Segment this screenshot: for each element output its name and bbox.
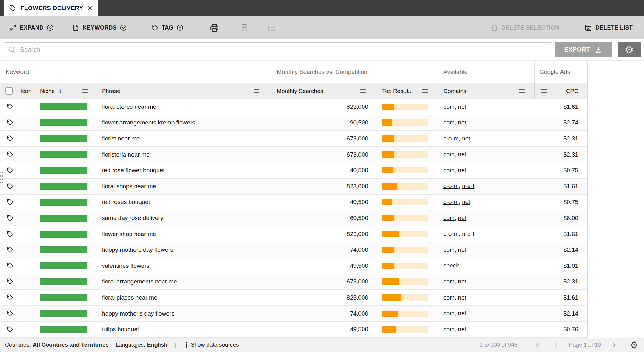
keyword-phrase[interactable]: floral stores near me xyxy=(91,103,267,110)
table-row[interactable]: flower shop near me823,000c-o-m, n-e-t$1… xyxy=(0,226,587,242)
row-tag-icon xyxy=(0,119,38,126)
show-data-sources-link[interactable]: Show data sources xyxy=(191,342,239,348)
domain-link[interactable]: com xyxy=(443,246,455,253)
domain-link[interactable]: net xyxy=(458,326,466,333)
table-row[interactable]: flower arrangements kremp flowers90,500c… xyxy=(0,115,587,131)
export-button[interactable]: EXPORT xyxy=(555,42,612,57)
domain-link[interactable]: n-e-t xyxy=(462,230,474,237)
keyword-phrase[interactable]: happy mother's day flowers xyxy=(91,310,267,317)
languages-value[interactable]: English xyxy=(147,342,168,348)
table-row[interactable]: valentines flowers49,500check$1.01 xyxy=(0,258,587,274)
monthly-searches-value: 49,500 xyxy=(267,326,371,333)
column-niche[interactable]: Niche ↓ xyxy=(38,83,91,99)
keyword-phrase[interactable]: floral places near me xyxy=(91,294,267,301)
column-cpc[interactable]: CPC xyxy=(553,83,587,99)
domain-link[interactable]: com xyxy=(443,103,455,110)
search-box[interactable] xyxy=(3,42,552,57)
next-page-icon[interactable] xyxy=(610,342,617,349)
tag-button[interactable]: TAG xyxy=(152,25,184,31)
column-domains[interactable]: Domains xyxy=(437,83,535,99)
domain-link[interactable]: c-o-m xyxy=(443,199,459,205)
column-menu-icon[interactable] xyxy=(254,89,260,93)
search-input[interactable] xyxy=(20,46,548,53)
column-extra-menu[interactable] xyxy=(535,83,553,99)
keyword-phrase[interactable]: red roses bouquet xyxy=(91,199,267,206)
footer-gear-icon[interactable]: ⚙ xyxy=(630,340,638,350)
niche-cell xyxy=(38,167,91,174)
keywords-button[interactable]: KEYWORDS xyxy=(72,25,126,31)
select-all-checkbox[interactable] xyxy=(5,87,13,95)
domain-link[interactable]: com xyxy=(443,119,455,126)
domain-link[interactable]: c-o-m xyxy=(443,135,459,142)
domain-link[interactable]: n-e-t xyxy=(462,183,474,189)
domain-link[interactable]: c-o-m xyxy=(443,230,459,237)
domains-cell: c-o-m, net xyxy=(437,131,535,147)
domain-link[interactable]: net xyxy=(458,310,466,316)
domain-link[interactable]: net xyxy=(458,103,466,110)
domain-link[interactable]: net xyxy=(462,199,470,205)
domain-link[interactable]: com xyxy=(443,215,455,221)
competition-fill xyxy=(382,278,399,285)
sort-descending-icon[interactable]: ↓ xyxy=(58,88,63,94)
table-row[interactable]: same day rose delivery60,500com, net$8.0… xyxy=(0,210,587,226)
settings-button[interactable]: ⚙ xyxy=(618,42,641,57)
domain-link[interactable]: com xyxy=(443,167,455,173)
domain-link[interactable]: com xyxy=(443,151,455,157)
delete-list-button[interactable]: DELETE LIST xyxy=(585,24,633,31)
keyword-phrase[interactable]: floral arrangements near me xyxy=(91,278,267,285)
keyword-phrase[interactable]: florist near me xyxy=(91,135,267,142)
column-phrase[interactable]: Phrase xyxy=(91,83,267,99)
countries-value[interactable]: All Countries and Territories xyxy=(33,342,109,348)
domain-link[interactable]: net xyxy=(458,278,466,285)
keyword-phrase[interactable]: floristeria near me xyxy=(91,151,267,158)
column-menu-icon[interactable] xyxy=(541,89,547,93)
domain-link[interactable]: check xyxy=(443,262,459,269)
table-row[interactable]: floristeria near me673,000com, net$2.31 xyxy=(0,147,587,163)
keyword-phrase[interactable]: same day rose delivery xyxy=(91,215,267,222)
table-row[interactable]: floral shops near me823,000c-o-m, n-e-t$… xyxy=(0,179,587,195)
table-row[interactable]: happy mother's day flowers74,000com, net… xyxy=(0,306,587,322)
table-row[interactable]: floral places near me823,000com, net$1.6… xyxy=(0,290,587,306)
tag-label: TAG xyxy=(162,25,174,31)
table-row[interactable]: red rose flower bouquet40,500com, net$0.… xyxy=(0,162,587,179)
domain-link[interactable]: net xyxy=(458,246,466,253)
domain-link[interactable]: net xyxy=(458,119,466,126)
domain-link[interactable]: com xyxy=(443,294,455,301)
table-row[interactable]: red roses bouquet40,500c-o-m, net$0.75 xyxy=(0,195,587,211)
calculator-icon[interactable] xyxy=(241,24,248,32)
print-icon[interactable] xyxy=(210,24,219,32)
table-row[interactable]: happy mothers day flowers74,000com, net$… xyxy=(0,242,587,258)
domain-link[interactable]: com xyxy=(443,326,455,333)
domain-link[interactable]: net xyxy=(458,294,466,301)
domain-link[interactable]: net xyxy=(458,167,466,173)
keyword-phrase[interactable]: floral shops near me xyxy=(91,183,267,190)
keyword-phrase[interactable]: red rose flower bouquet xyxy=(91,167,267,174)
keyword-phrase[interactable]: flower shop near me xyxy=(91,231,267,238)
column-monthly-searches[interactable]: Monthly Searches xyxy=(267,83,371,99)
drag-handle[interactable] xyxy=(0,171,3,184)
column-menu-icon[interactable] xyxy=(360,89,366,93)
table-row[interactable]: florist near me673,000c-o-m, net$2.31 xyxy=(0,131,587,147)
domain-link[interactable]: net xyxy=(458,215,466,221)
keyword-phrase[interactable]: flower arrangements kremp flowers xyxy=(91,119,267,126)
column-top-result[interactable]: Top Resul... xyxy=(371,83,437,99)
domain-link[interactable]: net xyxy=(462,135,470,142)
competition-track xyxy=(382,215,428,221)
domain-link[interactable]: c-o-m xyxy=(443,183,459,189)
column-menu-icon[interactable] xyxy=(519,89,525,93)
table-row[interactable]: floral arrangements near me673,000com, n… xyxy=(0,274,587,290)
expand-button[interactable]: EXPAND xyxy=(9,24,53,31)
table-row[interactable]: floral stores near me823,000com, net$1.6… xyxy=(0,99,587,115)
chevron-down-circle-icon xyxy=(47,25,53,31)
keyword-phrase[interactable]: happy mothers day flowers xyxy=(91,246,267,253)
keyword-phrase[interactable]: tulips bouquet xyxy=(91,326,267,333)
table-row[interactable]: tulips bouquet49,500com, net$0.76 xyxy=(0,322,587,338)
list-tab[interactable]: FLOWERS DELIVERY × xyxy=(4,0,98,16)
domain-link[interactable]: com xyxy=(443,278,455,285)
domain-link[interactable]: com xyxy=(443,310,455,316)
keyword-phrase[interactable]: valentines flowers xyxy=(91,262,267,269)
domain-link[interactable]: net xyxy=(458,151,466,157)
column-menu-icon[interactable] xyxy=(422,89,428,93)
column-menu-icon[interactable] xyxy=(82,89,88,93)
close-tab-icon[interactable]: × xyxy=(87,4,92,13)
